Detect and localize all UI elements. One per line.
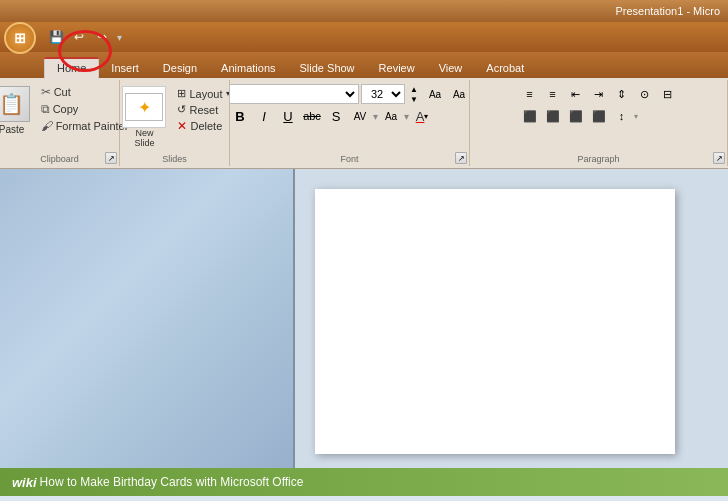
slides-group-label: Slides [120,154,229,164]
font-expand-btn[interactable]: ↗ [455,152,467,164]
font-color-arrow: ▾ [424,112,428,121]
case-arrow: ▾ [404,111,409,122]
tab-insert[interactable]: Insert [99,56,151,78]
font-size-select[interactable]: 32 [361,84,405,104]
clipboard-group-label: Clipboard [0,154,119,164]
bold-button[interactable]: B [229,106,251,126]
columns-btn[interactable]: ⊟ [657,84,679,104]
font-row-2: B I U abc S AV ▾ Aa ▾ A ▾ [229,106,433,126]
para-spacing-arrow: ▾ [634,112,638,121]
text-case-btn[interactable]: Aa [448,84,470,104]
slide-thumbnail-panel [0,169,295,468]
font-size-arrows: ▲ ▼ [406,84,422,104]
save-quick-btn[interactable]: 💾 [46,27,66,47]
bullets-button[interactable]: ≡ [519,84,541,104]
window-title: Presentation1 - Micro [615,5,720,17]
align-right-btn[interactable]: ⬛ [565,106,587,126]
line-spacing-btn[interactable]: ↕ [611,106,633,126]
paragraph-group: ≡ ≡ ⇤ ⇥ ⇕ ⊙ ⊟ ⬛ ⬛ ⬛ ⬛ ↕ ▾ Paragraph ↗ [470,80,728,166]
clear-formatting-btn[interactable]: Aa [424,84,446,104]
wiki-brand: wiki [12,475,37,490]
delete-button[interactable]: ✕ Delete [174,118,232,134]
new-slide-label: New Slide [134,128,154,148]
strikethrough-button[interactable]: abc [301,106,323,126]
align-left-btn[interactable]: ⬛ [519,106,541,126]
font-group-label: Font [230,154,469,164]
ribbon: 📋 Paste ✂ Cut ⧉ Copy 🖌 Format Painter C [0,78,728,169]
clipboard-group: 📋 Paste ✂ Cut ⧉ Copy 🖌 Format Painter C [0,80,120,166]
slides-group: ✦ New Slide ⊞ Layout ▾ ↺ Reset ✕ Delete [120,80,230,166]
tab-animations[interactable]: Animations [209,56,287,78]
reset-label: Reset [189,104,218,116]
new-slide-star: ✦ [138,98,151,117]
reset-icon: ↺ [177,103,186,116]
increase-indent-btn[interactable]: ⇥ [588,84,610,104]
shadow-button[interactable]: S [325,106,347,126]
slide-page [315,189,675,454]
change-case-button[interactable]: Aa [380,106,402,126]
tab-review[interactable]: Review [367,56,427,78]
paste-icon: 📋 [0,86,30,122]
clipboard-expand-btn[interactable]: ↗ [105,152,117,164]
watermark-message: How to Make Birthday Cards with Microsof… [40,475,304,489]
delete-label: Delete [190,120,222,132]
new-slide-button[interactable]: ✦ New Slide [116,84,172,150]
spacing-arrow: ▾ [373,111,378,122]
cut-label: Cut [54,86,71,98]
para-row-2: ⬛ ⬛ ⬛ ⬛ ↕ ▾ [519,106,638,126]
top-bar: 💾 ↩ ↪ ▾ [0,22,728,52]
redo-quick-btn[interactable]: ↪ [92,27,112,47]
numbering-button[interactable]: ≡ [542,84,564,104]
font-color-icon: A [416,109,425,124]
paragraph-group-label: Paragraph [470,154,727,164]
para-row-1: ≡ ≡ ⇤ ⇥ ⇕ ⊙ ⊟ [519,84,679,104]
font-color-button[interactable]: A ▾ [411,106,433,126]
font-name-select[interactable] [229,84,359,104]
layout-label: Layout [189,88,222,100]
paste-label: Paste [0,124,24,135]
italic-button[interactable]: I [253,106,275,126]
copy-icon: ⧉ [41,102,50,116]
layout-button[interactable]: ⊞ Layout ▾ [174,86,232,101]
align-center-btn[interactable]: ⬛ [542,106,564,126]
justify-btn[interactable]: ⬛ [588,106,610,126]
tab-home[interactable]: Home [44,57,99,79]
underline-button[interactable]: U [277,106,299,126]
main-area [0,169,728,468]
office-logo-icon: ⊞ [14,30,26,46]
paste-button[interactable]: 📋 Paste [0,84,36,137]
tab-view[interactable]: View [427,56,475,78]
title-bar: Presentation1 - Micro [0,0,728,22]
slides-right-buttons: ⊞ Layout ▾ ↺ Reset ✕ Delete [174,84,232,134]
layout-icon: ⊞ [177,87,186,100]
text-direction-btn[interactable]: ⇕ [611,84,633,104]
convert-smartart-btn[interactable]: ⊙ [634,84,656,104]
font-group: 32 ▲ ▼ Aa Aa B I U abc S AV ▾ Aa [230,80,470,166]
undo-quick-btn[interactable]: ↩ [69,27,89,47]
delete-icon: ✕ [177,119,187,133]
paragraph-expand-btn[interactable]: ↗ [713,152,725,164]
font-size-increase-btn[interactable]: ▲ [406,84,422,94]
quick-access-toolbar: 💾 ↩ ↪ ▾ [46,27,122,47]
slide-canvas [295,169,728,468]
tab-slideshow[interactable]: Slide Show [288,56,367,78]
office-button[interactable]: ⊞ [4,22,36,54]
format-painter-icon: 🖌 [41,119,53,133]
copy-label: Copy [53,103,79,115]
reset-button[interactable]: ↺ Reset [174,102,232,117]
decrease-indent-btn[interactable]: ⇤ [565,84,587,104]
font-row-1: 32 ▲ ▼ Aa Aa [229,84,470,104]
tab-acrobat[interactable]: Acrobat [474,56,536,78]
font-size-decrease-btn[interactable]: ▼ [406,94,422,104]
char-spacing-button[interactable]: AV [349,106,371,126]
ribbon-tabs: Home Insert Design Animations Slide Show… [0,52,728,78]
qa-divider: ▾ [117,32,122,43]
tab-design[interactable]: Design [151,56,209,78]
new-slide-icon: ✦ [122,86,166,128]
cut-icon: ✂ [41,85,51,99]
watermark-bar: wiki How to Make Birthday Cards with Mic… [0,468,728,496]
